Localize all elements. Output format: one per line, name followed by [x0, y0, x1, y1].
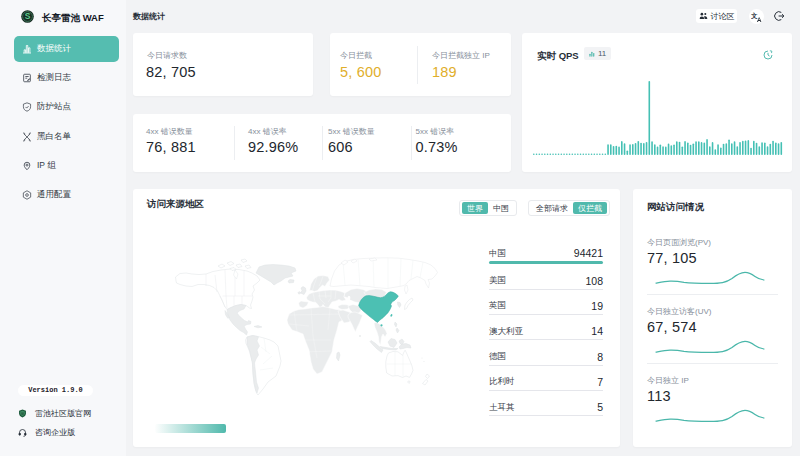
svg-text:文: 文 — [751, 11, 758, 18]
svg-text:S: S — [25, 11, 31, 21]
